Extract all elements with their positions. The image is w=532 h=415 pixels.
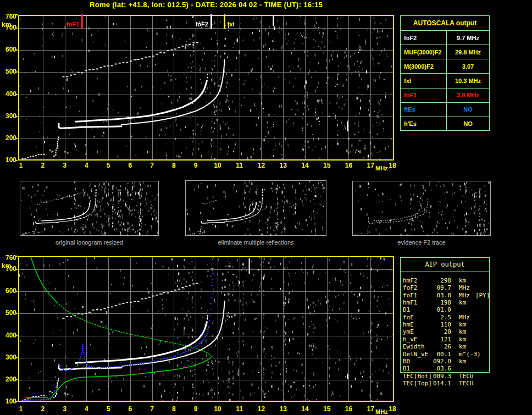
aip-row-label: Ewidth (403, 344, 433, 350)
y-axis-label: 300 (0, 113, 16, 120)
aip-row-value: 092.0 (433, 358, 451, 365)
autoscala-row-label: foF2 (401, 31, 447, 45)
autoscala-row-value: 9.7 MHz (447, 31, 489, 45)
autoscala-row-label: fxI (401, 74, 447, 87)
autoscala-row-label: h'Es (401, 117, 447, 131)
aip-row-label: TEC[Top] (403, 380, 433, 387)
autoscala-row-label: M(3000)F2 (401, 59, 447, 73)
marker-label-foF1: foF1 (49, 21, 79, 27)
x-axis-label: 8 (167, 405, 181, 413)
x-axis-label: 10 (210, 162, 225, 169)
x-axis-label: 13 (276, 162, 290, 169)
aip-row-unit: km (459, 300, 466, 306)
aip-row-value: 03.8 (433, 292, 451, 299)
autoscala-rows: foF29.7 MHzMUF(3000)F229.8 MHzM(3000)F23… (401, 31, 489, 131)
aip-row-label: B0 (403, 358, 433, 365)
x-axis-label: 5 (101, 162, 115, 169)
aip-row: hmE110km (403, 322, 466, 328)
aip-row-label: D1 (403, 307, 433, 313)
autoscala-row: foF29.7 MHz (401, 31, 489, 45)
aip-row-label: DelN_vE (403, 351, 433, 358)
autoscala-panel-title: AUTOSCALA output (401, 16, 489, 31)
y-axis-label: 600 (0, 287, 16, 295)
autoscala-row: MUF(3000)F229.8 MHz (401, 45, 489, 59)
aip-row: B0092.0km (403, 358, 466, 365)
y-axis-label: 760 (0, 13, 16, 20)
x-axis-label: 14 (298, 162, 312, 169)
x-axis-unit-label: MHz (375, 408, 388, 415)
autoscala-output-panel: AUTOSCALA output foF29.7 MHzMUF(3000)F22… (400, 15, 490, 131)
aip-row-label: foE (403, 314, 433, 321)
aip-row-value: 298 (433, 278, 451, 284)
x-axis-label: 9 (189, 162, 203, 169)
autoscala-row-value: NO (447, 117, 489, 131)
aip-row: D101.0 (403, 307, 451, 313)
thumbnail-caption-1: original ionogram resized (20, 239, 159, 246)
y-axis-label: 500 (0, 309, 16, 317)
y-axis-label: 760 (0, 254, 16, 262)
aip-row: foF103.8MHz[PY] (403, 292, 490, 299)
x-axis-label: 4 (79, 162, 93, 169)
y-axis-label: 500 (0, 68, 16, 75)
aip-row-value: 2.5 (433, 314, 451, 321)
y-axis-unit-label: km (2, 21, 11, 29)
autoscala-row: h'EsNO (401, 117, 489, 131)
aip-row: foE2.5MHz (403, 314, 470, 321)
aip-row-unit: km (459, 278, 466, 284)
thumbnail-caption-2: eliminate multiple reflections (185, 239, 326, 246)
aip-row-label: foF1 (403, 292, 433, 299)
y-axis-label: 600 (0, 46, 16, 53)
marker-line-foF2 (210, 14, 212, 29)
autoscala-window: Rome (lat: +41.8, lon: 012.5) - DATE: 20… (0, 0, 532, 415)
aip-row-label: hmF1 (403, 300, 433, 306)
x-axis-label: 9 (189, 405, 203, 413)
aip-row-label: hmF2 (403, 278, 433, 284)
aip-row-value: 09.7 (433, 285, 451, 291)
aip-row-value: 01.0 (433, 307, 451, 313)
autoscala-row-label: ftEs (401, 103, 447, 117)
marker-label-foF2: foF2 (178, 21, 208, 27)
x-axis-label: 5 (101, 405, 115, 413)
ionogram-plot-top (18, 15, 394, 161)
autoscala-row: ftEsNO (401, 103, 489, 117)
aip-row: B103.6 (403, 366, 451, 372)
thumbnail-caption-3: evidence F2 trace (352, 239, 491, 246)
aip-row-label: B1 (403, 366, 433, 372)
autoscala-row-value: 10.3 MHz (447, 74, 489, 87)
marker-line-foF1 (81, 14, 83, 29)
autoscala-row-value: 3.07 (447, 59, 489, 73)
aip-row: hmF1198km (403, 300, 466, 306)
aip-row-unit: km (459, 358, 466, 365)
aip-row-value: 009.3 (433, 373, 451, 380)
x-axis-label: 11 (232, 405, 247, 413)
x-axis-label: 8 (167, 162, 181, 169)
aip-row-value: 03.6 (433, 366, 451, 372)
thumbnail-eliminate-reflections (185, 180, 326, 236)
y-axis-label: 100 (0, 398, 16, 405)
thumbnail-original-ionogram (20, 181, 159, 236)
autoscala-row: foF13.8 MHz (401, 88, 489, 103)
autoscala-row-label: MUF(3000)F2 (401, 45, 447, 59)
aip-row: foF209.7MHz (403, 285, 470, 291)
aip-row: DelN_vE00.1m^(-3) (403, 351, 481, 358)
x-axis-label: 15 (320, 162, 334, 169)
aip-row-unit: TECU (459, 373, 474, 380)
x-axis-label: 12 (254, 162, 268, 169)
x-axis-label: 10 (210, 405, 225, 413)
x-axis-label: 1 (14, 162, 28, 169)
aip-row-extra: [PY] (475, 292, 490, 299)
aip-row: hmF2298km (403, 278, 466, 284)
marker-label-fxI: fxI (228, 21, 235, 27)
thumbnail-evidence-f2-trace (352, 181, 491, 236)
x-axis-label: 3 (58, 162, 72, 169)
x-axis-label: 13 (276, 405, 290, 413)
x-axis-label: 4 (79, 405, 93, 413)
aip-row-label: h_vE (403, 336, 433, 343)
x-axis-label: 14 (298, 405, 312, 413)
aip-row-value: 198 (433, 300, 451, 306)
aip-row-label: hmE (403, 322, 433, 328)
aip-row-label: foF2 (403, 285, 433, 291)
aip-row-unit: km (459, 329, 466, 335)
x-axis-label: 3 (58, 405, 72, 413)
autoscala-row-label: foF1 (401, 88, 447, 102)
